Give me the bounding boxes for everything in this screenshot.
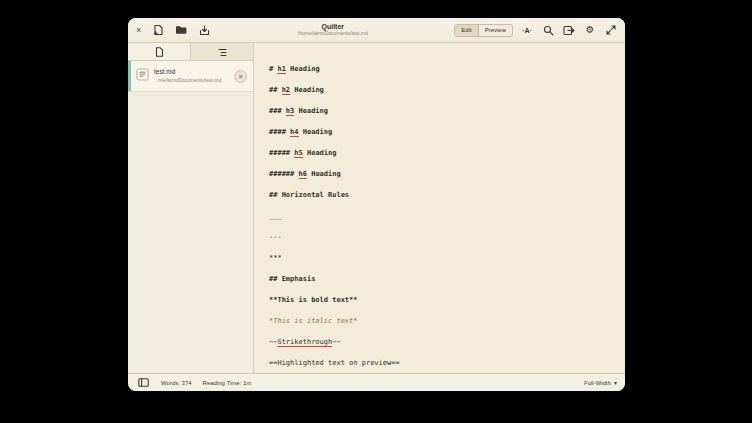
md-segment: Strikethrough bbox=[277, 338, 332, 347]
fullscreen-icon bbox=[606, 25, 616, 35]
md-segment: ~~ bbox=[332, 338, 340, 346]
editor-line: ~~Strikethrough~~ bbox=[269, 332, 619, 353]
md-segment: h1 bbox=[277, 65, 285, 74]
editor-line: ## h2 Heading bbox=[269, 80, 619, 101]
editor-line: --- bbox=[269, 227, 619, 248]
reading-time: Reading Time: 1m bbox=[203, 380, 252, 386]
md-segment: --- bbox=[269, 233, 282, 241]
font-settings-button[interactable]: ·A· bbox=[520, 23, 534, 37]
header-left-group: × bbox=[135, 23, 211, 37]
sidebar: test.md ...me/lains/Documents/test.md × bbox=[128, 43, 254, 373]
md-segment: h6 bbox=[299, 170, 307, 179]
editor-content[interactable]: # h1 Heading## h2 Heading### h3 Heading#… bbox=[254, 43, 625, 373]
header-title-block: Quilter /home/lains/Documents/test.md bbox=[218, 23, 447, 37]
search-button[interactable] bbox=[541, 23, 555, 37]
preview-mode-button[interactable]: Preview bbox=[478, 25, 512, 36]
editor-line: ## Emphasis bbox=[269, 269, 619, 290]
md-segment: **This is bold text** bbox=[269, 296, 358, 304]
editor-line: # h1 Heading bbox=[269, 59, 619, 80]
editor-line: ### h3 Heading bbox=[269, 101, 619, 122]
header-bar: × Quilter /home/lains/Documents/test.md … bbox=[128, 18, 625, 43]
chevron-down-icon: ▾ bbox=[614, 379, 617, 386]
tab-outline[interactable] bbox=[190, 43, 253, 60]
settings-button[interactable]: ⚙ bbox=[583, 23, 597, 37]
sidebar-tabs bbox=[128, 43, 253, 61]
width-mode-label: Full-Width bbox=[584, 380, 611, 386]
md-segment: Heading bbox=[299, 128, 333, 136]
save-icon bbox=[199, 25, 210, 36]
sidebar-toggle-button[interactable] bbox=[136, 376, 150, 390]
md-segment: ### bbox=[269, 107, 286, 115]
app-body: test.md ...me/lains/Documents/test.md × … bbox=[128, 43, 625, 373]
md-segment: ## bbox=[269, 86, 282, 94]
font-icon: ·A· bbox=[522, 27, 532, 34]
quilter-window: × Quilter /home/lains/Documents/test.md … bbox=[128, 18, 625, 391]
md-segment: ==Highlighted text on preview== bbox=[269, 359, 400, 367]
file-list-item[interactable]: test.md ...me/lains/Documents/test.md × bbox=[128, 61, 253, 92]
save-file-button[interactable] bbox=[197, 23, 211, 37]
editor-line: ___ bbox=[269, 206, 619, 227]
export-icon bbox=[563, 25, 575, 36]
editor-line: ##### h5 Heading bbox=[269, 143, 619, 164]
view-mode-switcher: Edit Preview bbox=[454, 24, 513, 37]
export-button[interactable] bbox=[562, 23, 576, 37]
edit-mode-button[interactable]: Edit bbox=[455, 25, 477, 36]
document-path: /home/lains/Documents/test.md bbox=[218, 31, 447, 37]
md-segment: *** bbox=[269, 254, 282, 262]
md-segment: #### bbox=[269, 128, 290, 136]
editor-line: ## Horizontal Rules bbox=[269, 185, 619, 206]
md-segment: ###### bbox=[269, 170, 299, 178]
md-segment: Heading bbox=[307, 170, 341, 178]
open-folder-icon bbox=[175, 25, 187, 35]
md-segment: *This is italic text* bbox=[269, 317, 358, 325]
md-segment: Heading bbox=[294, 107, 328, 115]
editor-line: ###### h6 Heading bbox=[269, 164, 619, 185]
new-file-icon bbox=[153, 24, 164, 36]
tab-files[interactable] bbox=[128, 43, 190, 60]
window-close-button[interactable]: × bbox=[135, 26, 142, 35]
md-segment: Heading bbox=[290, 86, 324, 94]
md-segment: ___ bbox=[269, 212, 282, 220]
editor-line: #### h4 Heading bbox=[269, 122, 619, 143]
file-meta: test.md ...me/lains/Documents/test.md bbox=[154, 67, 221, 84]
selected-accent-strip bbox=[128, 61, 131, 91]
md-segment: h2 bbox=[282, 86, 290, 95]
file-name: test.md bbox=[154, 67, 221, 77]
md-segment: ## Horizontal Rules bbox=[269, 191, 349, 199]
markdown-file-icon bbox=[136, 67, 149, 85]
width-mode-dropdown[interactable]: Full-Width ▾ bbox=[584, 379, 617, 386]
editor-line: ==Highlighted text on preview== bbox=[269, 353, 619, 373]
word-count: Words: 374 bbox=[161, 380, 192, 386]
editor-line: *** bbox=[269, 248, 619, 269]
file-close-button[interactable]: × bbox=[234, 70, 247, 83]
md-segment: ## Emphasis bbox=[269, 275, 315, 283]
close-icon: × bbox=[238, 73, 242, 80]
search-icon bbox=[543, 25, 554, 36]
editor-line: *This is italic text* bbox=[269, 311, 619, 332]
editor-line: **This is bold text** bbox=[269, 290, 619, 311]
status-bar: Words: 374 Reading Time: 1m Full-Width ▾ bbox=[128, 373, 625, 391]
document-icon bbox=[155, 43, 164, 61]
new-file-button[interactable] bbox=[151, 23, 165, 37]
fullscreen-button[interactable] bbox=[604, 23, 618, 37]
header-right-group: Edit Preview ·A· ⚙ bbox=[454, 23, 618, 37]
md-segment: Heading bbox=[286, 65, 320, 73]
sidebar-toggle-icon bbox=[138, 378, 149, 387]
md-segment: h4 bbox=[290, 128, 298, 137]
gear-icon: ⚙ bbox=[586, 25, 595, 35]
md-segment: ##### bbox=[269, 149, 294, 157]
md-segment: Heading bbox=[303, 149, 337, 157]
file-path: ...me/lains/Documents/test.md bbox=[154, 77, 221, 85]
open-file-button[interactable] bbox=[174, 23, 188, 37]
outline-icon bbox=[218, 43, 227, 61]
md-segment: h5 bbox=[294, 149, 302, 158]
